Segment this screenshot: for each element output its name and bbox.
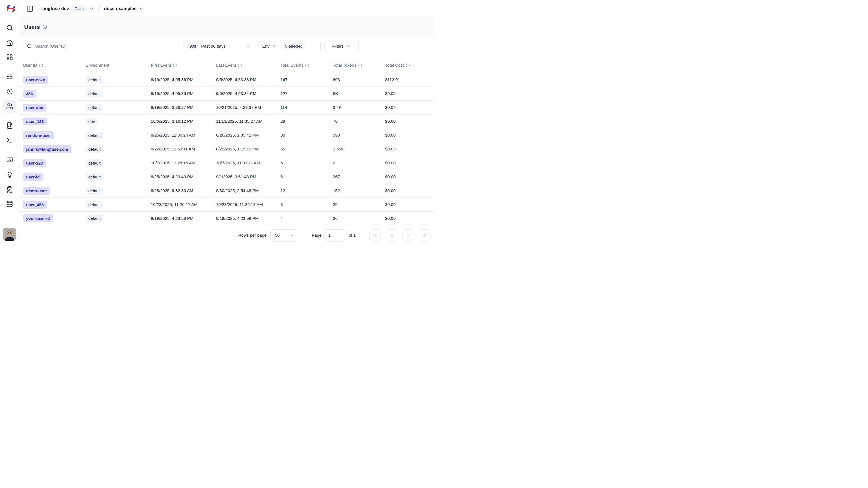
column-header-total-tokens[interactable]: Total Tokens bbox=[333, 63, 385, 68]
search-input[interactable] bbox=[35, 44, 176, 49]
sidebar-item-scores[interactable] bbox=[3, 153, 16, 166]
date-range-button[interactable]: 90d Past 90 days bbox=[183, 40, 254, 52]
sidebar-item-users[interactable] bbox=[3, 99, 16, 113]
info-icon bbox=[39, 63, 43, 67]
topbar: langfuse-dev Team docs-examples bbox=[19, 0, 434, 18]
user-id-badge[interactable]: user_123 bbox=[23, 117, 47, 125]
total-tokens-value: 5K bbox=[333, 91, 385, 96]
user-id-badge[interactable]: user-abc bbox=[23, 104, 46, 112]
total-cost-value: $0.00 bbox=[385, 188, 434, 193]
sidebar-item-home[interactable] bbox=[3, 36, 16, 49]
table-row[interactable]: user_123dev10/6/2025, 3:16:12 PM11/13/20… bbox=[19, 114, 434, 128]
column-header-user-id[interactable]: User ID bbox=[23, 63, 86, 68]
last-event-value: 9/30/2025, 2:54:48 PM bbox=[216, 188, 280, 193]
previous-page-button[interactable] bbox=[386, 229, 397, 241]
last-event-value: 9/5/2025, 4:53:33 PM bbox=[216, 77, 280, 82]
user-id-badge[interactable]: random-user bbox=[23, 132, 54, 139]
sidebar-item-playground[interactable] bbox=[3, 134, 16, 147]
column-header-last-event[interactable]: Last Event bbox=[216, 63, 280, 68]
environment-badge: default bbox=[86, 132, 103, 139]
total-tokens-value: 70 bbox=[333, 119, 385, 124]
first-event-value: 8/19/2025, 3:36:27 PM bbox=[151, 105, 216, 110]
column-label: Environment bbox=[86, 63, 109, 68]
list-tree-icon bbox=[6, 73, 13, 80]
org-chevron-down-icon[interactable] bbox=[89, 6, 94, 11]
table-row[interactable]: user-5678default8/19/2025, 4:05:36 PM9/5… bbox=[19, 73, 434, 86]
env-filter-button[interactable]: Env 5 selected bbox=[258, 40, 321, 52]
column-header-total-events[interactable]: Total Events bbox=[280, 63, 333, 68]
breadcrumb-slash-icon bbox=[96, 5, 101, 13]
user-id-badge[interactable]: your-user-id bbox=[23, 214, 53, 222]
filters-button[interactable]: Filters bbox=[324, 40, 359, 52]
info-icon bbox=[173, 63, 177, 67]
rows-per-page-select[interactable]: 50 bbox=[270, 229, 298, 241]
user-avatar[interactable] bbox=[3, 228, 16, 241]
last-event-value: 9/5/2025, 4:53:34 PM bbox=[216, 91, 280, 96]
first-event-value: 10/7/2025, 11:28:16 AM bbox=[151, 161, 216, 165]
table-row[interactable]: user-iddefault8/25/2025, 4:23:43 PM9/1/2… bbox=[19, 170, 434, 183]
last-event-value: 10/23/2025, 11:26:17 AM bbox=[216, 202, 280, 207]
last-page-button[interactable] bbox=[419, 229, 431, 241]
search-icon bbox=[6, 25, 13, 31]
sidebar-item-evaluators[interactable] bbox=[3, 168, 16, 181]
table-row[interactable]: user-123default10/7/2025, 11:28:16 AM10/… bbox=[19, 156, 434, 170]
next-page-button[interactable] bbox=[402, 229, 414, 241]
org-name[interactable]: langfuse-dev bbox=[41, 6, 69, 11]
user-id-badge[interactable]: user-5678 bbox=[23, 76, 49, 84]
sidebar-item-dashboards[interactable] bbox=[3, 51, 16, 64]
total-cost-value: $112.01 bbox=[385, 77, 434, 82]
project-chevron-down-icon[interactable] bbox=[139, 6, 144, 11]
user-id-badge[interactable]: user_456 bbox=[23, 201, 47, 209]
title-band: Users bbox=[19, 18, 434, 36]
first-event-value: 8/19/2025, 4:23:58 PM bbox=[151, 216, 216, 221]
dashboard-icon bbox=[6, 54, 13, 61]
table-row[interactable]: jannik@langfuse.comdefault8/22/2025, 11:… bbox=[19, 142, 434, 156]
user-id-badge[interactable]: demo-user bbox=[23, 187, 50, 195]
first-page-button[interactable] bbox=[369, 229, 381, 241]
sidebar-item-prompts[interactable] bbox=[3, 119, 16, 132]
terminal-icon bbox=[6, 137, 13, 144]
env-selected-badge: 5 selected bbox=[283, 43, 305, 50]
user-id-badge[interactable]: user-123 bbox=[23, 159, 46, 167]
environment-badge: default bbox=[86, 160, 103, 167]
column-header-total-cost[interactable]: Total Cost bbox=[385, 63, 434, 68]
project-name[interactable]: docs-examples bbox=[104, 6, 136, 11]
filters-label: Filters bbox=[332, 44, 343, 49]
table-row[interactable]: your-user-iddefault8/19/2025, 4:23:58 PM… bbox=[19, 211, 434, 225]
page-number-input[interactable] bbox=[324, 229, 346, 241]
info-icon bbox=[305, 63, 309, 67]
total-events-value: 147 bbox=[280, 77, 333, 82]
breadcrumb: langfuse-dev Team docs-examples bbox=[41, 5, 144, 13]
user-id-badge[interactable]: user-id bbox=[23, 173, 43, 181]
environment-badge: default bbox=[86, 76, 103, 84]
column-label: Total Cost bbox=[385, 63, 404, 68]
sidebar bbox=[0, 0, 19, 244]
panel-left-icon bbox=[26, 5, 33, 12]
column-header-first-event[interactable]: First Event bbox=[151, 63, 216, 68]
total-cost-value: $0.03 bbox=[385, 147, 434, 151]
langfuse-logo-icon[interactable] bbox=[6, 4, 16, 13]
table-row[interactable]: demo-userdefault8/28/2025, 9:32:30 AM9/3… bbox=[19, 183, 434, 198]
total-tokens-value: 152 bbox=[333, 188, 385, 193]
table-row[interactable]: user_456default10/23/2025, 11:26:17 AM10… bbox=[19, 198, 434, 211]
table-row[interactable]: random-userdefault8/26/2025, 11:36:24 AM… bbox=[19, 128, 434, 142]
total-tokens-value: 1.65K bbox=[333, 147, 385, 151]
users-icon bbox=[6, 103, 13, 110]
total-tokens-value: 367 bbox=[333, 174, 385, 179]
table-row[interactable]: 456default8/19/2025, 4:05:35 PM9/5/2025,… bbox=[19, 86, 434, 101]
user-id-badge[interactable]: jannik@langfuse.com bbox=[23, 145, 71, 153]
search-icon bbox=[27, 44, 32, 49]
user-id-badge[interactable]: 456 bbox=[23, 90, 36, 98]
sidebar-item-tracing[interactable] bbox=[3, 70, 16, 83]
sidebar-item-sessions[interactable] bbox=[3, 85, 16, 98]
page-title: Users bbox=[24, 24, 40, 30]
first-event-value: 10/23/2025, 11:26:17 AM bbox=[151, 202, 216, 207]
column-header-environment[interactable]: Environment bbox=[86, 63, 151, 68]
database-icon bbox=[6, 200, 13, 207]
sidebar-toggle-button[interactable] bbox=[25, 4, 35, 13]
environment-badge: default bbox=[86, 173, 103, 181]
table-row[interactable]: user-abcdefault8/19/2025, 3:36:27 PM10/2… bbox=[19, 101, 434, 114]
sidebar-item-search[interactable] bbox=[3, 21, 16, 34]
sidebar-item-datasets[interactable] bbox=[3, 197, 16, 210]
sidebar-item-annotation[interactable] bbox=[3, 183, 16, 196]
